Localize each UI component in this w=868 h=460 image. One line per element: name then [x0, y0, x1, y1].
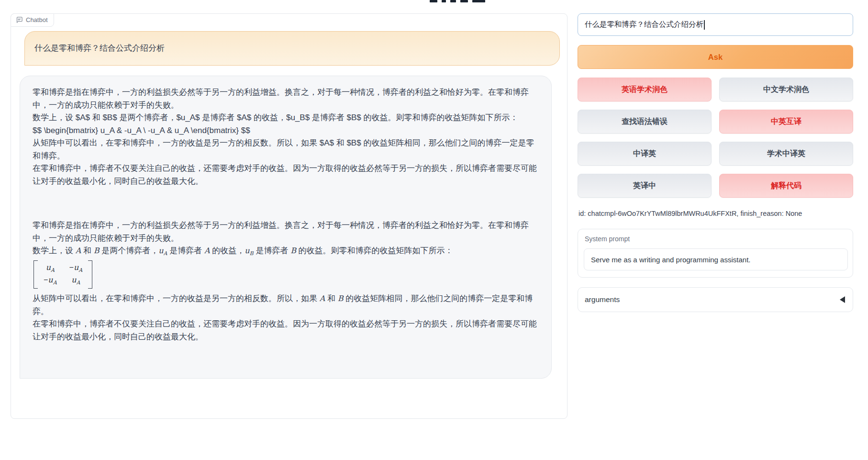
bot-raw-paragraph: 从矩阵中可以看出，在零和博弈中，一方的收益是另一方的相反数。所以，如果 $A$ … [33, 137, 539, 162]
action-button-5[interactable]: 中译英 [578, 142, 712, 166]
action-button-7[interactable]: 英译中 [578, 174, 712, 198]
text-cursor [704, 20, 705, 30]
question-input[interactable]: 什么是零和博弈？结合公式介绍分析 [578, 13, 853, 36]
system-prompt-input[interactable]: Serve me as a writing and programming as… [584, 248, 848, 270]
completion-status-line: id: chatcmpl-6wOo7KrYTwMl89lbrMWRu4UkFFX… [579, 210, 853, 217]
clipped-page-title [430, 0, 485, 2]
chatbot-label-text: Chatbot [26, 16, 48, 23]
system-prompt-group: System prompt Serve me as a writing and … [578, 229, 853, 278]
action-button-grid: 英语学术润色中文学术润色查找语法错误中英互译中译英学术中译英英译中解释代码 [578, 78, 853, 198]
chatbot-panel-label: Chatbot [11, 13, 54, 27]
system-prompt-label: System prompt [585, 235, 630, 243]
bot-raw-paragraph: 在零和博弈中，博弈者不仅要关注自己的收益，还需要考虑对手的收益。因为一方取得的收… [33, 162, 539, 188]
paragraph-gap [33, 188, 539, 219]
chat-bubble-icon [16, 16, 23, 23]
bot-rendered-paragraph: 在零和博弈中，博弈者不仅要关注自己的收益，还需要考虑对手的收益。因为一方取得的收… [33, 318, 539, 343]
user-message-bubble: 什么是零和博弈？结合公式介绍分析 [24, 31, 560, 66]
ask-button[interactable]: Ask [578, 45, 853, 69]
bot-rendered-math-paragraph: 数学上，设 A 和 B 是两个博弈者，uA 是博弈者 A 的收益，uB 是博弈者… [33, 245, 539, 258]
accordion-collapse-icon [840, 296, 845, 303]
system-prompt-value: Serve me as a writing and programming as… [591, 256, 750, 264]
bot-rendered-math-paragraph: 从矩阵中可以看出，在零和博弈中，一方的收益是另一方的相反数。所以，如果 A 和 … [33, 292, 539, 318]
accordion-label: arguments [585, 295, 620, 304]
bot-raw-paragraph: 零和博弈是指在博弈中，一方的利益损失必然等于另一方的利益增益。换言之，对于每一种… [33, 86, 539, 112]
control-column: 什么是零和博弈？结合公式介绍分析 Ask 英语学术润色中文学术润色查找语法错误中… [578, 0, 853, 460]
user-message-text: 什么是零和博弈？结合公式介绍分析 [34, 42, 165, 55]
page: Chatbot 什么是零和博弈？结合公式介绍分析 零和博弈是指在博弈中，一方的利… [0, 0, 868, 460]
payoff-matrix: uA−uA−uAuA [33, 260, 92, 289]
bot-rendered-paragraph: 零和博弈是指在博弈中，一方的利益损失必然等于另一方的利益增益。换言之，对于每一种… [33, 219, 539, 245]
action-button-1[interactable]: 英语学术润色 [578, 78, 712, 101]
bot-message-bubble: 零和博弈是指在博弈中，一方的利益损失必然等于另一方的利益增益。换言之，对于每一种… [20, 76, 552, 379]
arguments-accordion[interactable]: arguments [578, 287, 853, 312]
bot-raw-paragraph: 数学上，设 $A$ 和 $B$ 是两个博弈者，$u_A$ 是博弈者 $A$ 的收… [33, 112, 539, 124]
action-button-4[interactable]: 中英互译 [719, 110, 853, 134]
action-button-8[interactable]: 解释代码 [719, 174, 853, 198]
chatbot-panel: Chatbot 什么是零和博弈？结合公式介绍分析 零和博弈是指在博弈中，一方的利… [11, 13, 568, 419]
bot-raw-latex-line: $$ \begin{bmatrix} u_A & -u_A \ -u_A & u… [33, 124, 539, 137]
question-input-value: 什么是零和博弈？结合公式介绍分析 [585, 20, 703, 30]
bot-raw-markdown: 零和博弈是指在博弈中，一方的利益损失必然等于另一方的利益增益。换言之，对于每一种… [33, 86, 539, 188]
action-button-2[interactable]: 中文学术润色 [719, 78, 853, 101]
bot-rendered-markdown: 零和博弈是指在博弈中，一方的利益损失必然等于另一方的利益增益。换言之，对于每一种… [33, 219, 539, 343]
action-button-3[interactable]: 查找语法错误 [578, 110, 712, 134]
action-button-6[interactable]: 学术中译英 [719, 142, 853, 166]
